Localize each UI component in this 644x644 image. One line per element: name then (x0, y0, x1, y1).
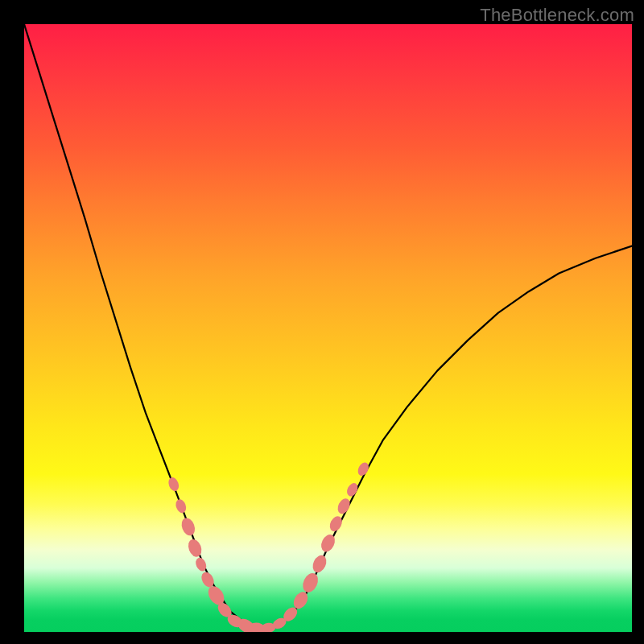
curve-marker (356, 460, 371, 477)
curve-layer (24, 24, 632, 632)
curve-marker (328, 514, 345, 534)
curve-marker (310, 553, 328, 575)
curve-marker (174, 497, 188, 514)
curve-marker (167, 476, 180, 493)
watermark-text: TheBottleneck.com (480, 5, 634, 26)
curve-marker (319, 532, 337, 554)
curve-marker (186, 538, 204, 559)
curve-marker (180, 516, 197, 537)
chart-frame: TheBottleneck.com (0, 0, 644, 644)
curve-marker (336, 497, 353, 516)
curve-marker (300, 571, 321, 595)
curve-marker (345, 481, 360, 498)
plot-area (24, 24, 632, 632)
